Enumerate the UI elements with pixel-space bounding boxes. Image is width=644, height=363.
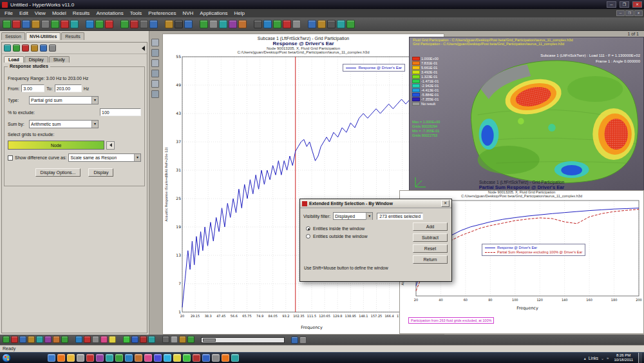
menu-tools[interactable]: Tools [127,10,146,16]
bottom-tool-18-icon[interactable] [140,336,147,343]
taskbar-app-19-icon[interactable] [222,354,229,362]
start-button[interactable] [2,353,11,362]
subtab-load[interactable]: Load [4,56,24,63]
bottom-tool-22-icon[interactable] [171,336,178,343]
toolbar-tool-5-icon[interactable] [41,20,50,28]
toolbar-tool-27-icon[interactable] [238,20,247,28]
dialog-return-button[interactable]: Return [413,255,448,264]
taskbar-app-11-icon[interactable] [144,354,152,362]
toolbar-tool-17-icon[interactable] [149,20,158,28]
toolbar-tool-20-icon[interactable] [175,20,183,28]
toolbar-tool-23-icon[interactable] [200,20,208,28]
tab-nvh-utilities[interactable]: NVH-Utilities [26,32,61,40]
toolbar-tool-29-icon[interactable] [254,20,262,28]
toolbar-tool-39-icon[interactable] [346,20,355,28]
view-tool-2-icon[interactable] [151,49,159,57]
menu-file[interactable]: File [1,10,16,16]
taskbar-app-20-icon[interactable] [231,354,239,362]
toolbar-tool-35-icon[interactable] [308,20,316,28]
chevron-down-icon[interactable]: ⌄ [601,356,604,360]
toolbar-tool-38-icon[interactable] [337,20,345,28]
toolbar-tool-24-icon[interactable] [209,20,218,28]
close-button[interactable]: ✕ [632,1,642,8]
show-desktop-button[interactable] [638,353,642,363]
exclude-field[interactable]: 100 [100,108,141,116]
bottom-tool-1-icon[interactable] [3,336,10,343]
panel-tool-3-icon[interactable] [22,44,29,52]
toolbar-tool-11-icon[interactable] [95,20,104,28]
menu-preferences[interactable]: Preferences [145,10,179,16]
collector-switch-icon[interactable] [106,141,115,150]
from-field[interactable]: 3.00 [21,84,44,92]
taskbar-app-14-icon[interactable] [173,354,181,362]
menu-help[interactable]: Help [231,10,248,16]
panel-tool-5-icon[interactable] [40,44,47,52]
taskbar-app-8-icon[interactable] [115,354,123,362]
toolbar-tool-32-icon[interactable] [283,20,291,28]
radio-option-1[interactable]: Entities inside the window [306,226,402,231]
toolbar-tool-7-icon[interactable] [61,20,69,28]
slider-handle[interactable] [203,338,216,342]
bottom-tool-19-icon[interactable] [148,336,155,343]
bottom-tool-extra-1-icon[interactable] [291,337,298,344]
menu-edit[interactable]: Edit [16,10,32,16]
display-button[interactable]: Display [88,168,113,177]
panel-collapse-icon[interactable] [142,46,145,51]
dialog-add-button[interactable]: Add [413,222,448,231]
taskbar-app-17-icon[interactable] [202,354,210,362]
menu-model[interactable]: Model [49,10,70,16]
view-tool-1-icon[interactable] [151,39,159,46]
links-toolbar[interactable]: Links [589,356,598,360]
chevrons-expand-icon[interactable]: » [607,356,609,360]
dialog-subtract-button[interactable]: Subtract [413,233,448,242]
view-tool-3-icon[interactable] [151,59,159,67]
sumby-dropdown[interactable]: Arithmetic sum ▾ [29,120,99,128]
dialog-close-button[interactable]: ✕ [441,200,450,207]
taskbar-app-7-icon[interactable] [106,354,113,362]
bottom-tool-16-icon[interactable] [123,336,130,343]
taskbar-app-12-icon[interactable] [154,354,162,362]
taskbar-app-6-icon[interactable] [96,354,104,362]
node-collector-button[interactable]: Node [8,141,104,150]
bottom-tool-23-icon[interactable] [179,336,186,343]
toolbar-tool-26-icon[interactable] [229,20,237,28]
toolbar-tool-25-icon[interactable] [219,20,227,28]
bottom-tool-12-icon[interactable] [92,336,99,343]
bottom-tool-11-icon[interactable] [84,336,91,343]
taskbar-app-13-icon[interactable] [164,354,171,362]
taskbar-app-10-icon[interactable] [135,354,142,362]
panel-tool-6-icon[interactable] [49,44,56,52]
bottom-tool-8-icon[interactable] [61,336,68,343]
type-dropdown[interactable]: Partial grid sum ▾ [29,96,99,104]
display-options-button[interactable]: Display Options... [35,168,81,177]
bottom-tool-5-icon[interactable] [36,336,43,343]
bottom-tool-7-icon[interactable] [53,336,60,343]
taskbar-clock[interactable]: 8:26 PM 10/18/2011 [611,353,636,362]
menu-nvh[interactable]: NVH [179,10,196,16]
bottom-tool-17-icon[interactable] [131,336,138,343]
tray-show-hidden-icon[interactable]: ▴ [584,356,586,360]
menu-annotations[interactable]: Annotations [93,10,126,16]
3d-contour-viewport[interactable]: Fluid Grid Participation - C:/Users/jgua… [409,37,644,193]
toolbar-tool-10-icon[interactable] [86,20,94,28]
menu-results[interactable]: Results [70,10,93,16]
bottom-tool-14-icon[interactable] [109,336,116,343]
view-tool-6-icon[interactable] [151,90,159,98]
toolbar-tool-6-icon[interactable] [51,20,59,28]
toolbar-tool-8-icon[interactable] [70,20,79,28]
difference-scale-dropdown[interactable]: Scale same as Respon ▾ [68,153,141,162]
bottom-tool-6-icon[interactable] [44,336,52,343]
visibility-filter-dropdown[interactable]: Displayed ▾ [333,212,373,220]
bottom-tool-4-icon[interactable] [28,336,35,343]
toolbar-tool-15-icon[interactable] [130,20,138,28]
bottom-tool-24-icon[interactable] [187,336,194,343]
toolbar-tool-14-icon[interactable] [120,20,129,28]
taskbar-app-15-icon[interactable] [183,354,191,362]
bottom-tool-extra-2-icon[interactable] [299,337,307,344]
toolbar-tool-19-icon[interactable] [165,20,173,28]
toolbar-tool-33-icon[interactable] [292,20,301,28]
taskbar-app-9-icon[interactable] [125,354,133,362]
panel-tool-4-icon[interactable] [31,44,38,52]
view-tool-5-icon[interactable] [151,80,159,88]
tab-results[interactable]: Results [61,32,84,40]
